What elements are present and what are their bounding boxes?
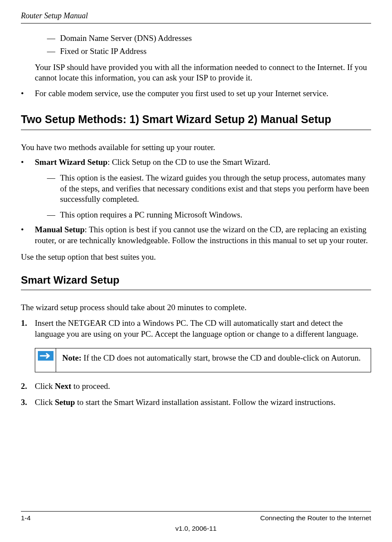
heading-rule [21,290,371,290]
dash-marker: — [47,173,60,204]
use-option-para: Use the setup option that best suites yo… [21,252,371,262]
note-icon-cell [35,348,56,372]
step-3-text: Click Setup to start the Smart Wizard in… [35,397,335,408]
step-2-b: to proceed. [71,381,110,391]
step-2-next: Next [55,381,71,391]
step-1-text: Insert the NETGEAR CD into a Windows PC.… [35,318,371,339]
bullet-marker: • [21,157,35,167]
footer-version: v1.0, 2006-11 [21,525,371,532]
footer-rule [21,511,371,512]
static-ip-item: Fixed or Static IP Address [60,46,147,57]
isp-paragraph: Your ISP should have provided you with a… [35,62,371,84]
two-methods-intro: You have two methods available for setti… [21,142,371,153]
note-label: Note: [62,353,81,362]
smart-wizard-label: Smart Wizard Setup [35,157,107,167]
note-box: Note: If the CD does not automatically s… [35,348,371,372]
step-3-b: to start the Smart Wizard installation a… [75,398,335,407]
arrow-right-icon [38,351,54,361]
step-3-setup: Setup [55,398,75,407]
footer-section-title: Connecting the Router to the Internet [260,514,371,522]
heading-rule [21,130,371,130]
smart-wizard-item: Smart Wizard Setup: Click Setup on the C… [35,157,270,167]
bullet-marker: • [21,224,35,246]
heading-two-setup-methods: Two Setup Methods: 1) Smart Wizard Setup… [21,112,371,126]
manual-setup-desc: : This option is best if you cannot use … [35,225,368,244]
manual-setup-item: Manual Setup: This option is best if you… [35,224,371,246]
step-2-text: Click Next to proceed. [35,381,110,391]
sw-windows-item: This option requires a PC running Micros… [60,210,242,220]
dash-marker: — [47,33,60,43]
sw-easiest-item: This option is the easiest. The wizard g… [60,173,371,204]
step-number-2: 2. [21,381,35,391]
bullet-marker: • [21,88,35,99]
cable-modem-item: For cable modem service, use the compute… [35,88,328,99]
page-footer: 1-4 Connecting the Router to the Interne… [21,511,371,532]
note-text: Note: If the CD does not automatically s… [56,348,367,372]
smart-wizard-desc: : Click Setup on the CD to use the Smart… [107,157,270,167]
page-number: 1-4 [21,514,30,522]
step-3-a: Click [35,398,55,407]
manual-setup-label: Manual Setup [35,225,85,234]
step-number-1: 1. [21,318,35,339]
note-body: If the CD does not automatically start, … [81,353,361,362]
dash-marker: — [47,46,60,57]
dash-marker: — [47,210,60,220]
wizard-time-para: The wizard setup process should take abo… [21,302,371,313]
step-number-3: 3. [21,397,35,408]
header-rule [21,23,371,23]
heading-smart-wizard-setup: Smart Wizard Setup [21,274,371,287]
dns-addresses-item: Domain Name Server (DNS) Addresses [60,33,192,43]
step-2-a: Click [35,381,55,391]
header-title: Router Setup Manual [21,11,371,20]
